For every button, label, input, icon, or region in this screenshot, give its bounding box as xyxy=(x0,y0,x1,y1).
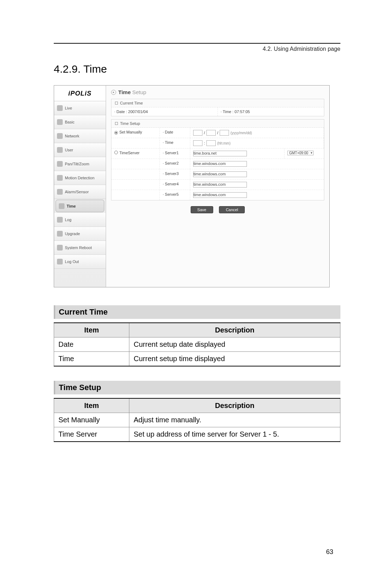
network-icon xyxy=(57,133,63,139)
date-field-label: · Date xyxy=(160,128,190,138)
current-time-subhead: Current Time xyxy=(54,305,340,319)
sidebar-item-logout[interactable]: Log Out xyxy=(54,255,106,269)
td-item: Time Server xyxy=(54,427,129,442)
main-panel: ▸ Time Setup Current Time · Date : 2007/… xyxy=(106,86,329,287)
sidebar-item-label: Log Out xyxy=(65,259,79,264)
set-manually-radio-cell[interactable]: Set Manually xyxy=(111,128,160,138)
sidebar-item-label: Upgrade xyxy=(65,232,80,236)
server4-input[interactable]: time.windows.com xyxy=(193,182,247,188)
th-desc: Description xyxy=(129,323,340,337)
th-item: Item xyxy=(54,323,129,337)
top-rule xyxy=(54,43,340,44)
empty-cell xyxy=(111,180,160,190)
timeserver-label: TimeServer xyxy=(119,151,139,155)
cancel-button[interactable]: Cancel xyxy=(219,206,245,213)
time-field-label: · Time xyxy=(160,138,190,148)
sidebar-item-alarm[interactable]: Alarm/Sensor xyxy=(54,185,106,199)
sidebar-item-ptz[interactable]: Pan/Tilt/Zoom xyxy=(54,157,106,171)
sidebar-item-network[interactable]: Network xyxy=(54,129,106,143)
set-manually-label: Set Manually xyxy=(119,130,142,134)
sidebar-item-motion[interactable]: Motion Detection xyxy=(54,171,106,185)
square-icon xyxy=(115,122,118,125)
save-button[interactable]: Save xyxy=(191,206,213,213)
sidebar-item-upgrade[interactable]: Upgrade xyxy=(54,227,106,241)
time-setup-heading: Time Setup xyxy=(111,120,324,128)
sidebar: iPOLiS Live Basic Network User Pan/Tilt/… xyxy=(54,86,106,287)
time-setup-heading-text: Time Setup xyxy=(120,121,140,126)
sidebar-item-log[interactable]: Log xyxy=(54,213,106,227)
square-icon xyxy=(115,102,118,105)
th-desc: Description xyxy=(129,398,340,413)
table-row: Time Server Set up address of time serve… xyxy=(54,427,340,442)
sidebar-item-label: Alarm/Sensor xyxy=(65,190,89,194)
sidebar-item-live[interactable]: Live xyxy=(54,101,106,115)
sidebar-item-basic[interactable]: Basic xyxy=(54,115,106,129)
empty-cell xyxy=(111,138,160,148)
sidebar-item-user[interactable]: User xyxy=(54,143,106,157)
timeserver-radio-cell[interactable]: TimeServer xyxy=(111,149,160,159)
time-hour-input[interactable] xyxy=(193,140,202,146)
empty-cell xyxy=(111,190,160,200)
time-setup-table: Item Description Set Manually Adjust tim… xyxy=(54,398,340,442)
empty-cell xyxy=(111,169,160,179)
date-month-input[interactable] xyxy=(206,130,216,136)
server1-label: · Server1 xyxy=(160,149,190,159)
time-setup-panel: Time Setup Set Manually · Date / / (yyyy… xyxy=(111,119,324,200)
sidebar-item-label: Pan/Tilt/Zoom xyxy=(65,162,89,166)
sidebar-item-label: Time xyxy=(67,204,76,208)
sidebar-item-label: Basic xyxy=(65,120,75,124)
td-desc: Set up address of time server for Server… xyxy=(129,427,340,442)
ptz-icon xyxy=(57,161,63,167)
upgrade-icon xyxy=(57,231,63,237)
server2-label: · Server2 xyxy=(160,159,190,169)
table-row: Time Current setup time displayed xyxy=(54,352,340,366)
page-title-strong: Time xyxy=(118,89,131,95)
sidebar-item-label: Live xyxy=(65,106,72,110)
current-time-heading-text: Current Time xyxy=(120,101,143,105)
log-icon xyxy=(57,217,63,223)
current-time-heading: Current Time xyxy=(111,99,324,107)
server2-input[interactable]: time.windows.com xyxy=(193,161,247,167)
date-day-input[interactable] xyxy=(220,130,229,136)
live-icon xyxy=(57,105,63,111)
current-date-value: · Date : 2007/01/04 xyxy=(111,107,218,116)
motion-icon xyxy=(57,175,63,181)
section-title: 4.2.9. Time xyxy=(54,63,340,75)
screenshot-figure: iPOLiS Live Basic Network User Pan/Tilt/… xyxy=(54,85,330,287)
sidebar-item-reboot[interactable]: System Reboot xyxy=(54,241,106,255)
time-setup-subhead: Time Setup xyxy=(54,381,340,394)
page-title-light: Setup xyxy=(132,89,146,95)
td-item: Time xyxy=(54,352,129,366)
td-desc: Current setup time displayed xyxy=(129,352,340,366)
date-year-input[interactable] xyxy=(193,130,202,136)
date-hint: (yyyy/mm/dd) xyxy=(230,131,252,135)
server5-label: · Server5 xyxy=(160,190,190,200)
alarm-icon xyxy=(57,189,63,195)
button-row: Save Cancel xyxy=(111,203,324,216)
sidebar-item-label: User xyxy=(65,148,73,152)
sidebar-item-time[interactable]: Time xyxy=(56,200,104,212)
server3-input[interactable]: time.windows.com xyxy=(193,171,247,177)
time-hint: (hh:mm) xyxy=(217,141,230,145)
sidebar-item-label: System Reboot xyxy=(65,246,92,250)
th-item: Item xyxy=(54,398,129,413)
time-inputs: : (hh:mm) xyxy=(190,138,324,148)
current-time-value: · Time : 07:57:05 xyxy=(218,107,324,116)
radio-timeserver[interactable] xyxy=(114,151,118,154)
server1-input[interactable]: time.bora.net xyxy=(193,151,247,156)
sidebar-item-label: Log xyxy=(65,218,71,222)
server5-input[interactable]: time.windows.com xyxy=(193,192,247,198)
time-icon xyxy=(59,203,64,209)
basic-icon xyxy=(57,119,63,125)
radio-set-manually[interactable] xyxy=(114,131,118,135)
tz-select[interactable]: GMT+09:00 xyxy=(287,151,314,155)
td-item: Set Manually xyxy=(54,413,129,427)
td-item: Date xyxy=(54,337,129,352)
sidebar-item-label: Network xyxy=(65,134,79,138)
page-title: ▸ Time Setup xyxy=(111,89,324,95)
logo: iPOLiS xyxy=(54,86,106,101)
td-desc: Adjust time manually. xyxy=(129,413,340,427)
time-min-input[interactable] xyxy=(206,140,216,146)
empty-cell xyxy=(111,159,160,169)
logout-icon xyxy=(57,259,63,264)
